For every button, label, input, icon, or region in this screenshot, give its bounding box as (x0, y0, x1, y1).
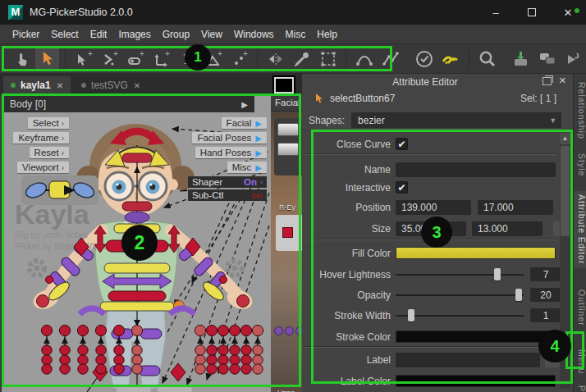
bottom-button-partial[interactable] (117, 387, 151, 392)
mirror-flip-icon[interactable] (561, 47, 585, 71)
object-name: selectButton67 (330, 93, 395, 104)
annotation-marker-2: 2 (121, 225, 158, 261)
minimize-button[interactable]: – (478, 0, 514, 25)
shapes-label: Shapes: (309, 115, 345, 126)
select-cursor-icon (314, 93, 325, 104)
app-window: M MG-PickerStudio 2.0.0 – ✕ PickerSelect… (0, 0, 586, 392)
check-apply-icon[interactable] (412, 47, 437, 71)
menu-item[interactable]: Group (157, 26, 195, 43)
annotation-marker-3: 3 (421, 217, 452, 248)
menu-item[interactable]: Edit (85, 26, 113, 43)
close-panel-icon[interactable]: ✕ (559, 75, 566, 86)
annotation-marker-1: 1 (185, 44, 211, 71)
comments-icon[interactable] (535, 47, 560, 71)
app-logo-icon: M (8, 5, 23, 20)
menu-item[interactable]: Misc (280, 26, 312, 43)
bottom-button-partial[interactable] (158, 387, 192, 392)
tab-picker[interactable]: Pic (574, 385, 586, 392)
tab-attribute-editor[interactable]: Attribute Editor (574, 191, 586, 268)
panel-title: Attribute Editor (302, 76, 548, 88)
menu-bar: PickerSelectEditImagesGroupViewWindowsMi… (0, 25, 586, 44)
menu-item[interactable]: Select (45, 26, 84, 43)
shapes-dropdown[interactable]: bezier ▼ (351, 112, 561, 128)
tab-close-icon[interactable]: ✕ (57, 81, 63, 90)
chevron-down-icon: ▼ (549, 116, 556, 125)
close-button[interactable]: ✕ (550, 0, 586, 25)
tab-label: testSVG (91, 80, 128, 91)
shapes-row: Shapes: bezier ▼ (302, 111, 573, 130)
tab-modified-dot (11, 83, 16, 88)
status-dot (575, 8, 579, 13)
menu-item[interactable]: Picker (7, 26, 45, 43)
namespace-square-button[interactable] (274, 77, 294, 93)
selection-count: Sel: [ 1 ] (520, 93, 556, 104)
swap-flip-icon[interactable] (438, 47, 463, 71)
search-icon[interactable] (475, 47, 500, 71)
tab-outliner[interactable]: Outliner (574, 278, 586, 337)
facial-label: Uppe (277, 389, 295, 392)
tab-relationship[interactable]: Relationship (574, 78, 586, 144)
tab-style[interactable]: Style (574, 148, 586, 182)
shapes-value: bezier (358, 115, 385, 126)
attribute-editor-header: Attribute Editor ✕ (302, 74, 573, 90)
maximize-icon (528, 8, 536, 16)
tab-modified-dot (81, 83, 86, 88)
tab-label: kayla1 (21, 80, 51, 91)
annotation-rect-attributes (311, 130, 573, 384)
window-title: MG-PickerStudio 2.0.0 (30, 7, 133, 18)
menu-item[interactable]: Images (112, 26, 156, 43)
maximize-button[interactable] (514, 0, 550, 25)
menu-item[interactable]: Help (311, 26, 343, 43)
document-tab-bar: kayla1 ✕ testSVG ✕ (0, 74, 302, 94)
menu-item[interactable]: Windows (228, 26, 280, 43)
float-panel-icon[interactable] (543, 77, 552, 85)
tab-kayla1[interactable]: kayla1 ✕ (3, 76, 71, 94)
annotation-marker-4: 4 (538, 330, 571, 362)
menu-item[interactable]: View (195, 26, 228, 43)
title-bar: M MG-PickerStudio 2.0.0 – ✕ (0, 0, 586, 25)
selected-object-row: selectButton67 Sel: [ 1 ] (302, 90, 573, 107)
import-image-icon[interactable] (509, 47, 533, 71)
tab-testsvg[interactable]: testSVG ✕ (74, 76, 148, 94)
tab-close-icon[interactable]: ✕ (134, 81, 140, 90)
